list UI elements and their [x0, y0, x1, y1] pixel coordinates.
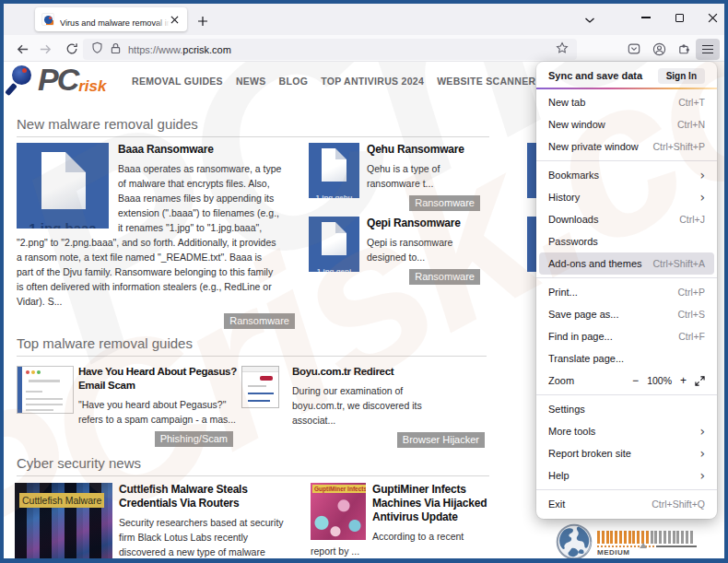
- article-boyu-title[interactable]: Boyu.com.tr Redirect: [292, 365, 485, 379]
- logo-text-pc: PC: [38, 65, 77, 94]
- menu-item-help[interactable]: Help›: [536, 464, 717, 487]
- menu-separator: [536, 394, 717, 395]
- globe-icon: [553, 523, 595, 558]
- menu-item-report-broken-site[interactable]: Report broken site›: [536, 442, 717, 464]
- submenu-chevron-icon: ›: [699, 449, 705, 458]
- gauge-marker: [640, 543, 647, 548]
- menu-item-settings[interactable]: Settings: [536, 398, 717, 420]
- menu-item-sync[interactable]: Sync and save data Sign In: [536, 65, 717, 86]
- menu-shortcut: Ctrl+Shift+Q: [652, 498, 705, 510]
- menu-item-new-window[interactable]: New windowCtrl+N: [536, 113, 717, 135]
- menu-item-translate-page[interactable]: Translate page...: [536, 347, 717, 369]
- menu-separator: [536, 277, 717, 278]
- account-icon[interactable]: [648, 38, 670, 60]
- article-qehu-image[interactable]: 1.jpg.qehu: [309, 143, 359, 198]
- pcrisk-logo[interactable]: PC risk: [9, 65, 106, 96]
- menu-item-downloads[interactable]: DownloadsCtrl+J: [536, 208, 717, 230]
- menu-shortcut: Ctrl+Shift+A: [652, 258, 705, 269]
- menu-item-exit[interactable]: ExitCtrl+Shift+Q: [536, 493, 717, 515]
- tag-ransomware[interactable]: Ransomware: [409, 269, 480, 285]
- menu-separator: [536, 160, 717, 161]
- menu-item-add-ons-and-themes[interactable]: Add-ons and themesCtrl+Shift+A: [539, 252, 714, 275]
- menu-item-history[interactable]: History›: [536, 186, 717, 208]
- nav-removal-guides[interactable]: REMOVAL GUIDES: [132, 76, 223, 87]
- back-button[interactable]: [11, 38, 33, 60]
- menu-item-new-private-window[interactable]: New private windowCtrl+Shift+P: [536, 135, 717, 158]
- pocket-icon[interactable]: [623, 38, 645, 60]
- list-tabs-chevron-icon[interactable]: [579, 10, 601, 30]
- article-pegasus-title[interactable]: Have You Heard About Pegasus? Email Scam: [78, 365, 233, 393]
- submenu-chevron-icon: ›: [699, 193, 705, 202]
- menu-item-bookmarks[interactable]: Bookmarks›: [536, 164, 717, 186]
- nav-top-antivirus-2024[interactable]: TOP ANTIVIRUS 2024: [321, 76, 424, 87]
- article-baaa: 1.jpg.baaa Baaa Ransomware Baaa operates…: [17, 143, 295, 329]
- forward-button[interactable]: [34, 38, 56, 60]
- submenu-chevron-icon: ›: [699, 427, 705, 436]
- menu-shortcut: Ctrl+S: [678, 309, 705, 320]
- tag-ransomware[interactable]: Ransomware: [224, 313, 295, 329]
- divider: [17, 136, 489, 137]
- divider: [17, 356, 487, 357]
- app-menu-panel: Sync and save data Sign In New tabCtrl+T…: [536, 62, 717, 519]
- article-cuttlefish: Cuttlefish Malware Cuttlefish Malware St…: [15, 483, 308, 558]
- article-qehu: 1.jpg.qehu Qehu Ransomware Qehu is a typ…: [309, 143, 480, 211]
- window-close-button[interactable]: [697, 4, 728, 31]
- menu-shortcut: Ctrl+N: [677, 119, 705, 130]
- article-guptiminer: GuptiMiner Infects GuptiMiner Infects Ma…: [311, 483, 521, 558]
- tag-ransomware[interactable]: Ransomware: [409, 195, 480, 211]
- menu-item-more-tools[interactable]: More tools›: [536, 420, 717, 442]
- menu-shortcut: Ctrl+P: [678, 287, 705, 298]
- minimize-button[interactable]: [630, 4, 662, 31]
- logo-text-risk: risk: [78, 77, 106, 96]
- pcrisk-favicon-icon: [41, 13, 54, 26]
- article-boyu-image[interactable]: [241, 366, 279, 408]
- menu-item-new-tab[interactable]: New tabCtrl+T: [536, 91, 717, 113]
- tag-browser-hijacker[interactable]: Browser Hijacker: [397, 432, 485, 448]
- new-tab-button[interactable]: [194, 12, 212, 30]
- section-heading-cyber-news: Cyber security news: [17, 455, 141, 471]
- magnifier-logo-icon: [9, 65, 35, 96]
- menu-item-find-in-page[interactable]: Find in page...Ctrl+F: [536, 325, 717, 347]
- bookmark-star-icon[interactable]: [556, 41, 569, 58]
- fxa-gradient-separator: [536, 88, 717, 89]
- zoom-out-button[interactable]: −: [632, 374, 639, 387]
- tab-strip: Virus and malware removal inst: [4, 4, 724, 35]
- extensions-puzzle-icon[interactable]: [673, 38, 695, 60]
- article-cuttlefish-image[interactable]: Cuttlefish Malware: [15, 483, 112, 558]
- article-guptiminer-image[interactable]: GuptiMiner Infects: [311, 483, 366, 540]
- menu-shortcut: Ctrl+T: [678, 97, 705, 108]
- virus-activity-gauge: [597, 531, 695, 544]
- menu-item-print[interactable]: Print...Ctrl+P: [536, 281, 717, 303]
- submenu-chevron-icon: ›: [699, 170, 705, 180]
- tab-close-icon[interactable]: [170, 13, 181, 26]
- menu-item-zoom[interactable]: Zoom−100%+: [536, 369, 717, 392]
- shield-icon[interactable]: [91, 41, 103, 58]
- app-menu-button[interactable]: [696, 39, 720, 60]
- url-text: https://www.pcrisk.com: [128, 44, 231, 55]
- zoom-in-button[interactable]: +: [680, 374, 687, 387]
- menu-shortcut: Ctrl+Shift+P: [652, 141, 705, 152]
- menu-item-passwords[interactable]: Passwords: [536, 230, 717, 252]
- url-bar[interactable]: https://www.pcrisk.com: [83, 39, 577, 60]
- fullscreen-icon[interactable]: [695, 376, 705, 386]
- browser-tab[interactable]: Virus and malware removal inst: [35, 7, 187, 31]
- menu-shortcut: Ctrl+J: [679, 214, 705, 225]
- article-pegasus-image[interactable]: [17, 366, 74, 414]
- article-qepi-image[interactable]: 1.jpg.qepi: [309, 217, 359, 272]
- submenu-chevron-icon: ›: [699, 471, 705, 480]
- nav-blog[interactable]: BLOG: [279, 76, 309, 87]
- maximize-button[interactable]: [663, 4, 695, 31]
- divider: [17, 475, 489, 476]
- nav-website-scanner[interactable]: WEBSITE SCANNER: [437, 76, 535, 87]
- nav-news[interactable]: NEWS: [236, 76, 266, 87]
- article-qepi: 1.jpg.qepi Qepi Ransomware Qepi is ranso…: [309, 217, 480, 285]
- article-pegasus-text: "Have you heard about Pegasus?" refers t…: [78, 397, 233, 427]
- reload-button[interactable]: [61, 38, 83, 60]
- sign-in-button[interactable]: Sign In: [658, 68, 705, 84]
- tag-phishing-scam[interactable]: Phishing/Scam: [155, 431, 233, 447]
- menu-item-save-page-as[interactable]: Save page as...Ctrl+S: [536, 303, 717, 325]
- article-baaa-image[interactable]: 1.jpg.baaa: [17, 143, 109, 229]
- tab-title: Virus and malware removal inst: [60, 18, 170, 26]
- article-boyu-text: During our examination of boyu.com.tr, w…: [292, 383, 485, 428]
- lock-icon[interactable]: [111, 41, 121, 58]
